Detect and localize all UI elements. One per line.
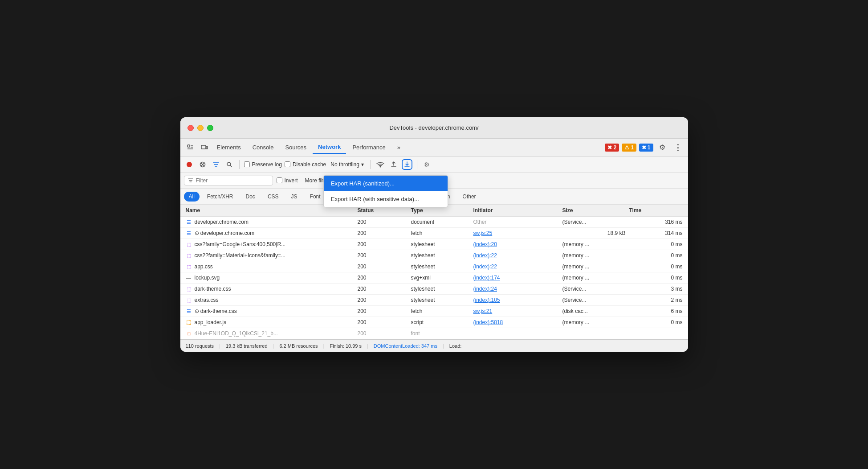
- table-row[interactable]: ⬚ extras.css 200 stylesheet (index):105 …: [180, 295, 688, 306]
- row-initiator-9[interactable]: (index):5818: [473, 319, 562, 325]
- row-name-9: ⬚ app_loader.js: [186, 319, 358, 325]
- filter-icon[interactable]: [211, 159, 221, 170]
- invert-label-text: Invert: [285, 177, 298, 184]
- table-row[interactable]: ⬚ app.css 200 stylesheet (index):22 (mem…: [180, 261, 688, 272]
- col-header-type[interactable]: Type: [411, 207, 473, 214]
- row-status-5: 200: [358, 275, 411, 281]
- resources-size: 6.2 MB resources: [279, 343, 318, 349]
- tab-performance[interactable]: Performance: [347, 141, 391, 153]
- row-type-5: svg+xml: [411, 275, 473, 281]
- tab-sources[interactable]: Sources: [280, 141, 312, 153]
- table-row[interactable]: ⬚ dark-theme.css 200 stylesheet (index):…: [180, 284, 688, 295]
- row-initiator-1[interactable]: sw.js:25: [473, 230, 562, 236]
- row-initiator-6[interactable]: (index):24: [473, 286, 562, 292]
- fetch-icon: ☰: [186, 308, 192, 314]
- transferred-size: 19.3 kB transferred: [226, 343, 268, 349]
- table-row[interactable]: — lockup.svg 200 svg+xml (index):174 (me…: [180, 272, 688, 284]
- row-name-3: ⬚ css2?family=Material+Icons&family=...: [186, 252, 358, 259]
- tab-console[interactable]: Console: [247, 141, 279, 153]
- maximize-button[interactable]: [207, 125, 213, 131]
- preserve-log-input[interactable]: [244, 161, 250, 167]
- row-name-text-2: css?family=Google+Sans:400,500|R...: [195, 241, 286, 247]
- row-initiator-3[interactable]: (index):22: [473, 252, 562, 259]
- filter-js[interactable]: JS: [286, 192, 302, 202]
- clear-button[interactable]: [197, 159, 208, 170]
- col-header-status[interactable]: Status: [358, 207, 411, 214]
- row-status-10: 200: [358, 330, 411, 337]
- col-header-size[interactable]: Size: [562, 207, 629, 214]
- search-icon[interactable]: [224, 159, 235, 170]
- settings-icon[interactable]: ⚙: [656, 141, 668, 154]
- col-header-name[interactable]: Name: [186, 207, 358, 214]
- filter-fetch-xhr[interactable]: Fetch/XHR: [202, 192, 238, 202]
- info-badge[interactable]: ✖ 1: [639, 144, 653, 152]
- tab-elements[interactable]: Elements: [212, 141, 246, 153]
- table-row[interactable]: ⬚ app_loader.js 200 script (index):5818 …: [180, 317, 688, 328]
- error-badge[interactable]: ✖ 2: [605, 144, 619, 152]
- warning-count: 1: [631, 144, 634, 151]
- dom-content-loaded[interactable]: DOMContentLoaded: 347 ms: [374, 343, 437, 349]
- disable-cache-checkbox[interactable]: Disable cache: [285, 161, 326, 168]
- filter-all[interactable]: All: [184, 192, 200, 202]
- device-toggle-icon[interactable]: [198, 141, 211, 154]
- warning-badge[interactable]: ⚠ 1: [622, 144, 636, 152]
- invert-input[interactable]: [277, 177, 282, 183]
- close-button[interactable]: [187, 125, 194, 131]
- filter-font[interactable]: Font: [305, 192, 326, 202]
- table-row[interactable]: ☰ ⊙ dark-theme.css 200 fetch sw.js:21 (d…: [180, 306, 688, 317]
- export-har-sanitized[interactable]: Export HAR (sanitized)...: [324, 176, 448, 191]
- row-initiator-2[interactable]: (index):20: [473, 241, 562, 247]
- wifi-icon[interactable]: [375, 159, 386, 170]
- table-row[interactable]: ⬚ css?family=Google+Sans:400,500|R... 20…: [180, 239, 688, 250]
- tab-network[interactable]: Network: [313, 141, 346, 154]
- download-har-button[interactable]: [402, 159, 412, 170]
- finish-time: Finish: 10.99 s: [330, 343, 362, 349]
- throttle-select[interactable]: No throttling ▾: [329, 160, 366, 169]
- filter-text-input[interactable]: [196, 177, 263, 184]
- tab-right-section: ✖ 2 ⚠ 1 ✖ 1 ⚙ ⋮: [605, 141, 684, 154]
- status-bar: 110 requests | 19.3 kB transferred | 6.2…: [180, 339, 688, 352]
- row-initiator-4[interactable]: (index):22: [473, 263, 562, 270]
- table-row[interactable]: ⬚ css2?family=Material+Icons&family=... …: [180, 250, 688, 261]
- row-time-0: 316 ms: [629, 219, 683, 225]
- disable-cache-input[interactable]: [285, 161, 290, 167]
- invert-checkbox[interactable]: Invert: [277, 177, 298, 184]
- divider-3: [417, 160, 417, 169]
- network-settings-icon[interactable]: ⚙: [422, 159, 432, 170]
- row-size-7: (Service...: [562, 297, 629, 303]
- traffic-lights: [187, 125, 213, 131]
- row-name-text-1: ⊙ developer.chrome.com: [195, 230, 255, 236]
- record-button[interactable]: [184, 159, 195, 170]
- row-name-text-4: app.css: [195, 263, 213, 270]
- table-row[interactable]: ⊡ 4Hue-ENI1OD_Q_1QlkCSl_21_b... 200 font: [180, 328, 688, 339]
- row-status-7: 200: [358, 297, 411, 303]
- filter-funnel-icon: [188, 178, 193, 183]
- row-time-4: 0 ms: [629, 263, 683, 270]
- filter-css[interactable]: CSS: [263, 192, 284, 202]
- row-status-0: 200: [358, 219, 411, 225]
- inspect-icon[interactable]: [184, 141, 196, 154]
- preserve-log-label: Preserve log: [252, 161, 282, 168]
- table-row[interactable]: ☰ ⊙ developer.chrome.com 200 fetch sw.js…: [180, 228, 688, 239]
- row-initiator-7[interactable]: (index):105: [473, 297, 562, 303]
- filter-other[interactable]: Other: [458, 192, 481, 202]
- table-row[interactable]: ☰ developer.chrome.com 200 document Othe…: [180, 217, 688, 228]
- row-status-4: 200: [358, 263, 411, 270]
- row-type-6: stylesheet: [411, 286, 473, 292]
- more-options-icon[interactable]: ⋮: [671, 141, 685, 154]
- row-type-7: stylesheet: [411, 297, 473, 303]
- upload-icon[interactable]: [388, 159, 399, 170]
- minimize-button[interactable]: [197, 125, 204, 131]
- filter-doc[interactable]: Doc: [241, 192, 260, 202]
- font-icon: ⊡: [186, 330, 192, 337]
- row-initiator-5[interactable]: (index):174: [473, 275, 562, 281]
- col-header-time[interactable]: Time: [629, 207, 683, 214]
- svg-icon: —: [186, 275, 192, 281]
- row-initiator-8[interactable]: sw.js:21: [473, 308, 562, 314]
- row-type-10: font: [411, 330, 473, 337]
- col-header-initiator[interactable]: Initiator: [473, 207, 562, 214]
- row-size-6: (Service...: [562, 286, 629, 292]
- tab-more[interactable]: »: [392, 141, 406, 153]
- preserve-log-checkbox[interactable]: Preserve log: [244, 161, 282, 168]
- export-har-sensitive[interactable]: Export HAR (with sensitive data)...: [324, 191, 448, 207]
